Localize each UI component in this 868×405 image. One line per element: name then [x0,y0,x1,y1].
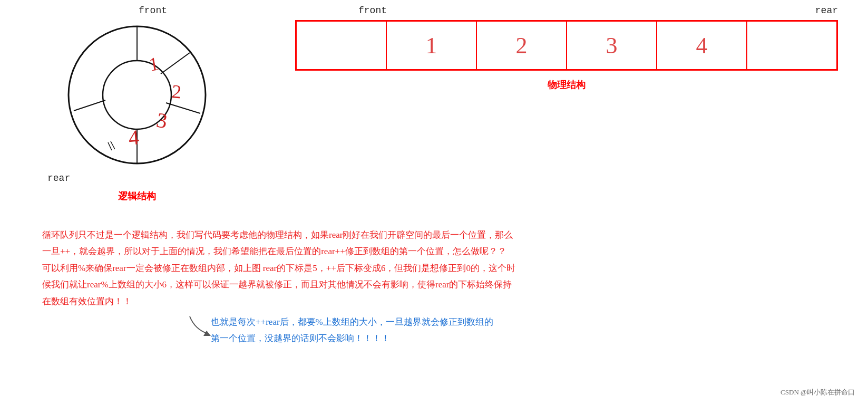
circular-diagram: 1 2 3 4 [63,21,211,169]
svg-text:2: 2 [171,81,182,102]
paragraph1-text: 循环队列只不过是一个逻辑结构，我们写代码要考虑他的物理结构，如果rear刚好在我… [42,230,513,256]
rear-label-left: rear [47,173,232,184]
svg-line-6 [74,100,105,111]
cell-value-2: 2 [516,32,528,59]
front-label-right: front [358,5,387,16]
cell-value-3: 3 [606,32,618,59]
top-labels-row: front rear [290,5,843,16]
cell-value-4: 4 [696,32,708,59]
left-section: front 1 [42,5,232,202]
watermark: CSDN @叫小陈在拼命口 [781,388,855,397]
svg-line-12 [111,141,115,149]
array-cell-4: 4 [657,22,747,69]
svg-line-4 [166,103,200,113]
cell-value-1: 1 [426,32,437,59]
annotation-section: 也就是每次++rear后，都要%上数组的大小，一旦越界就会修正到数组的第一个位置… [184,314,501,347]
array-cell-2: 2 [477,22,567,69]
array-cell-1: 1 [387,22,477,69]
array-cell-3: 3 [567,22,657,69]
svg-line-3 [161,53,190,74]
text-content: 循环队列只不过是一个逻辑结构，我们写代码要考虑他的物理结构，如果rear刚好在我… [42,227,516,310]
svg-text:3: 3 [154,108,169,133]
rear-label-right: rear [815,5,838,16]
right-section: front rear 1 2 3 4 物理结构 [290,5,843,91]
svg-text:1: 1 [147,53,160,75]
annotation-arrow-svg [184,314,216,340]
array-cell-0 [297,22,387,69]
front-label-left: front [74,5,232,16]
paragraph2-text: 可以利用%来确保rear一定会被修正在数组内部，如上图 rear的下标是5，++… [42,263,515,306]
svg-line-11 [108,142,112,150]
array-cell-5 [747,22,836,69]
svg-text:4: 4 [128,125,140,150]
physical-label: 物理结构 [290,79,843,91]
main-paragraph: 循环队列只不过是一个逻辑结构，我们写代码要考虑他的物理结构，如果rear刚好在我… [42,227,516,310]
logic-label: 逻辑结构 [42,190,232,202]
array-boxes: 1 2 3 4 [295,20,838,71]
annotation-text: 也就是每次++rear后，都要%上数组的大小，一旦越界就会修正到数组的第一个位置… [211,314,501,347]
svg-marker-13 [203,331,211,336]
